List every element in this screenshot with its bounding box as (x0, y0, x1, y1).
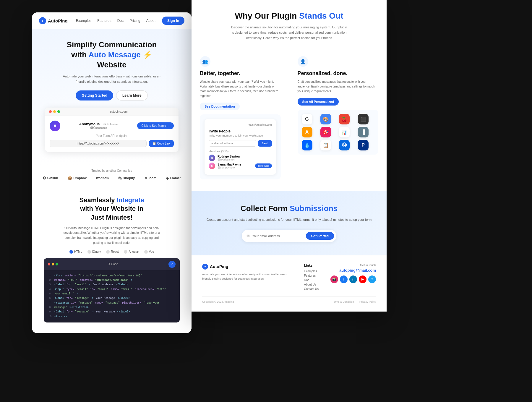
member-avatar-2: S (209, 163, 215, 169)
nav-pricing[interactable]: Pricing (129, 19, 140, 23)
trusted-label: Trusted by another Companies (38, 169, 186, 172)
signin-button[interactable]: Sign In (162, 17, 184, 25)
invite-input-row: Send (209, 140, 272, 147)
integrate-section: Seamlessly Integrate with Your Website i… (32, 186, 192, 333)
trusted-github: ⚙GitHub (43, 176, 58, 180)
copy-link-button[interactable]: 📋 Copy Link (149, 140, 174, 147)
code-tl-green (56, 263, 58, 265)
github-icon: ⚙ (43, 176, 46, 180)
integrate-title: Seamlessly Integrate with Your Website i… (39, 196, 184, 222)
demo-avatar: A (50, 121, 60, 131)
trusted-dropbox: 📦Dropbox (67, 176, 87, 180)
invite-url: https://autoping.com (248, 123, 272, 126)
magic-button[interactable]: Click to See Magic → (137, 122, 174, 129)
trusted-shopify: 🛍shopify (118, 176, 135, 180)
hero-buttons: Getting Started Learn More (39, 90, 184, 100)
framework-tabs: HTML jQuery React Angular Vue (39, 250, 184, 254)
linkedin-button[interactable]: in (349, 275, 357, 283)
terms-link[interactable]: Terms & Condition (332, 300, 354, 303)
footer-link-examples[interactable]: Examples (304, 270, 319, 273)
member-handle-2: @sampaynet0 (218, 166, 253, 169)
footer-brand-desc: Automate your web interactions effortles… (202, 272, 292, 281)
footer-link-about[interactable]: About Us (304, 283, 319, 286)
invite-email-input[interactable] (209, 140, 256, 147)
app-grid-section: G 🎨 🍒 ⬛ A 🎯 📊 ▐ 💧 📋 Ⓜ P (298, 110, 379, 155)
app-icon-3: 🍒 (339, 114, 350, 124)
twitter-button[interactable]: 𝕏 (368, 275, 376, 283)
tab-vue[interactable]: Vue (144, 250, 154, 254)
copy-icon: 📋 (153, 142, 156, 145)
collect-subtitle: Create an account and start collecting s… (202, 217, 376, 223)
demo-url: autoping.com (63, 110, 174, 113)
demo-user-id: 1M Submissc (103, 123, 119, 126)
nav-features[interactable]: Features (97, 19, 111, 23)
demo-link-input[interactable]: https://Autoping.com/w/XXXXXX (50, 140, 147, 147)
email-icon: ✉ (246, 234, 250, 238)
footer-logo-icon: ● (202, 264, 208, 270)
facebook-button[interactable]: f (340, 275, 348, 283)
see-all-personalized-button[interactable]: See All Personalized (298, 98, 339, 106)
trusted-loom: ✳loom (144, 176, 156, 180)
trusted-section: Trusted by another Companies ⚙GitHub 📦Dr… (32, 165, 192, 186)
tab-jquery[interactable]: jQuery (87, 250, 101, 254)
logo: ● AutoPing (39, 17, 68, 24)
personalized-icon: 👤 (298, 56, 308, 67)
framer-icon: ◈ (166, 176, 169, 180)
tl-yellow (53, 110, 56, 113)
hero-subtitle: Automate your web interactions effortles… (61, 74, 162, 84)
right-hero: Why Our Plugin Stands Out Discover the u… (192, 0, 387, 49)
invite-sam-button[interactable]: Invite Sam (255, 163, 272, 168)
code-line-5: 5your email"> (48, 292, 176, 296)
nav-about[interactable]: About (146, 19, 155, 23)
demo-card-header: autoping.com (45, 108, 179, 116)
invite-section: https://autoping.com Invite People Invit… (200, 114, 281, 179)
footer-links: Links Examples Features Doc About Us Con… (304, 264, 319, 291)
hero-title-p2: with (71, 50, 88, 59)
code-line-7: 7<textarea id="message" name="message" p… (48, 301, 176, 305)
tab-jquery-dot (87, 250, 91, 254)
app-icon-dropbox: 💧 (302, 140, 312, 150)
tab-vue-dot (144, 250, 148, 254)
tab-html[interactable]: HTML (69, 250, 82, 254)
footer: ● AutoPing Automate your web interaction… (192, 255, 387, 312)
footer-link-features[interactable]: Features (304, 274, 319, 277)
code-editor: X Code ↗ 1<form action="https://brandher… (44, 258, 180, 322)
tab-react[interactable]: React (106, 250, 119, 254)
get-started-button[interactable]: Get Started (306, 232, 334, 240)
see-documentation-button[interactable]: See Documentation (200, 103, 240, 110)
invite-send-button[interactable]: Send (258, 140, 272, 147)
invite-box: https://autoping.com Invite People Invit… (205, 119, 276, 175)
personalized-desc: Craft personalized messages that resonat… (298, 80, 379, 94)
footer-link-contact[interactable]: Contact Us (304, 287, 319, 291)
right-panel: Why Our Plugin Stands Out Discover the u… (192, 0, 387, 312)
youtube-button[interactable]: ▶ (359, 275, 366, 283)
tab-angular[interactable]: Angular (124, 250, 139, 254)
hero-title: Simplify Communication with Auto Message… (39, 40, 184, 70)
member-info-1: Rodrigo Santoni @rodrigsanton (218, 155, 272, 161)
code-line-10: 10<form /> (48, 315, 176, 319)
nav-examples[interactable]: Examples (76, 19, 92, 23)
demo-user-name: Anonymous 1M Submissc (63, 122, 134, 126)
demo-api-label: Your Form API endpoint (50, 134, 174, 137)
footer-email[interactable]: autoping@mail.com (330, 268, 376, 273)
getting-started-button[interactable]: Getting Started (76, 90, 113, 100)
footer-link-doc[interactable]: Doc (304, 278, 319, 282)
footer-copyright: Copyright © 2024 Autoping (202, 300, 234, 303)
instagram-button[interactable]: 📸 (330, 275, 338, 283)
code-title: X Code (60, 262, 166, 266)
privacy-link[interactable]: Privacy Policy (359, 300, 376, 303)
logo-icon: ● (39, 17, 46, 24)
app-icon-paypal: P (358, 140, 369, 150)
send-code-button[interactable]: ↗ (168, 261, 176, 268)
app-icon-4: ⬛ (358, 114, 369, 124)
code-line-4: 4<input type="email" id="email" name="em… (48, 287, 176, 292)
nav-doc[interactable]: Doc (117, 19, 124, 23)
logo-text: AutoPing (48, 18, 68, 23)
feature-row: 👥 Better, together. Want to share your d… (192, 49, 387, 191)
learn-more-button[interactable]: Learn More (116, 90, 148, 100)
member-avatar-1: R (209, 155, 215, 161)
right-hero-title: Why Our Plugin Stands Out (202, 11, 376, 21)
code-line-8: 8message"></textarea> (48, 305, 176, 310)
left-panel: ● AutoPing Examples Features Doc Pricing… (32, 12, 192, 333)
collect-email-input[interactable] (252, 234, 304, 238)
